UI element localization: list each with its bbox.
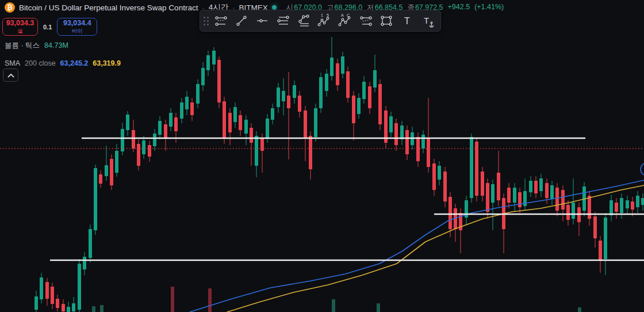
drawing-toolbar: 15 AC T	[200, 10, 441, 32]
tool-elliott-wave-button[interactable]: 15	[314, 12, 335, 29]
svg-text:T: T	[404, 16, 410, 26]
volume-value: 84.73M	[44, 41, 68, 50]
sma-value-blue: 63,245.2	[60, 59, 89, 67]
tradingview-chart-window: ₿ Bitcoin / US Dollar Perpetual Inverse …	[0, 0, 644, 312]
sell-button[interactable]: 93,034.3 셀	[2, 18, 38, 36]
chevron-up-icon	[7, 73, 14, 78]
sma-legend[interactable]: SMA 200 close 63,245.2 63,319.9	[5, 59, 121, 67]
market-status-dot-icon	[272, 5, 277, 10]
anchored-text-icon: T	[420, 13, 436, 29]
disjoint-channel-icon	[358, 13, 374, 29]
candlestick-chart[interactable]	[0, 0, 644, 312]
svg-text:A: A	[341, 13, 344, 17]
toolbar-drag-handle[interactable]	[201, 13, 210, 28]
buy-price: 93,034.4	[63, 20, 91, 27]
spread-value: 0.1	[38, 24, 57, 31]
tool-disjoint-channel-button[interactable]	[355, 12, 376, 29]
tool-trend-line-button[interactable]	[231, 12, 252, 29]
tool-horizontal-channel-button[interactable]	[210, 12, 231, 29]
bitcoin-logo-icon: ₿	[5, 2, 15, 13]
elliott-impulse-wave-icon: 15	[316, 13, 332, 29]
buy-button[interactable]: 93,034.4 바이	[57, 18, 97, 36]
tool-text-button[interactable]: T	[397, 12, 417, 29]
sma-value-yellow: 63,319.9	[93, 59, 121, 67]
horizontal-line-icon	[254, 13, 270, 29]
change-percent: (+1.41%)	[474, 3, 504, 13]
text-icon: T	[399, 13, 415, 29]
change-value: +942.5	[448, 3, 470, 13]
svg-text:1: 1	[321, 13, 323, 17]
tool-pitchfork-button[interactable]	[293, 12, 314, 29]
symbol-title[interactable]: Bitcoin / US Dollar Perpetual Inverse Sw…	[19, 3, 198, 12]
buy-label: 바이	[72, 28, 83, 34]
sell-price: 93,034.3	[6, 20, 34, 27]
collapse-legend-button[interactable]	[3, 69, 18, 82]
tool-anchored-text-button[interactable]: T	[417, 12, 438, 29]
tool-abc-correction-button[interactable]: AC	[335, 12, 355, 29]
trend-line-icon	[233, 13, 250, 29]
svg-text:5: 5	[327, 13, 329, 17]
volume-label: 볼륨 · 틱스	[5, 41, 40, 51]
sell-label: 셀	[17, 28, 23, 34]
tool-horizontal-line-button[interactable]	[252, 12, 273, 29]
svg-text:T: T	[424, 16, 429, 25]
parallel-channel-icon	[275, 13, 291, 29]
pitchfork-icon	[296, 13, 312, 29]
abc-correction-icon: AC	[337, 13, 353, 29]
tool-rectangle-button[interactable]	[376, 12, 397, 29]
order-panel: 93,034.3 셀 0.1 93,034.4 바이	[2, 18, 97, 36]
sma-params: 200 close	[25, 59, 56, 67]
volume-legend[interactable]: 볼륨 · 틱스 84.73M	[5, 41, 68, 51]
sma-label: SMA	[5, 59, 20, 67]
tool-parallel-channel-button[interactable]	[273, 12, 293, 29]
horizontal-channel-icon	[213, 13, 229, 29]
rectangle-icon	[378, 13, 394, 29]
